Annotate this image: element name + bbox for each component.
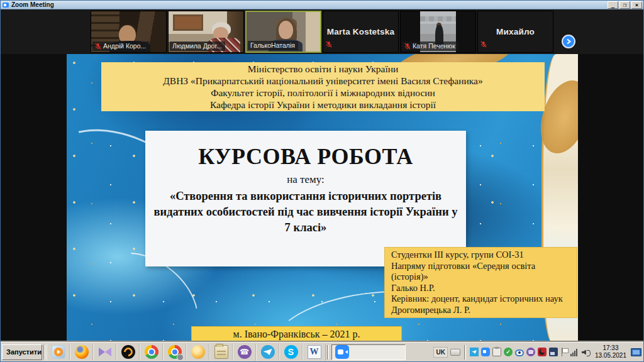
clock-date: 13.05.2021: [595, 352, 626, 359]
quick-launch-kmplayer[interactable]: [93, 344, 116, 361]
participant-tile[interactable]: Катя Печенюк: [400, 11, 476, 53]
tray-display-icon[interactable]: [631, 348, 641, 356]
taskbar-divider: [327, 345, 329, 359]
muted-mic-icon: [95, 43, 101, 50]
participant-tile[interactable]: Андрій Коро...: [91, 11, 167, 53]
header-line: Міністерство освіти і науки України: [248, 63, 399, 75]
slide-topic: «Створення та використання історичних по…: [145, 189, 466, 236]
quick-launch-word[interactable]: [303, 344, 326, 361]
header-line: Кафедра історії України і методики викла…: [210, 99, 436, 111]
tray-viber-icon[interactable]: [526, 348, 535, 356]
participant-tile[interactable]: Marta Kostetska: [323, 11, 399, 53]
minimize-button[interactable]: _: [608, 1, 618, 9]
zoom-camera-icon: [335, 345, 349, 359]
participant-name-label: Андрій Коро...: [92, 41, 149, 51]
zoom-app-icon: [3, 3, 9, 8]
tray-eye-icon[interactable]: [515, 349, 524, 356]
close-button[interactable]: ×: [631, 1, 642, 9]
clock-time: 17:33: [595, 344, 626, 352]
info-line: Напряму підготовки «Середня освіта: [391, 261, 570, 272]
participant-name-label: Катя Печенюк: [402, 41, 458, 51]
participant-name-label: Людмила Дрог...: [170, 41, 225, 51]
info-line: Студентки ІІІ курсу, групи СОІ-31: [391, 250, 570, 261]
slide-title: КУРСОВА РОБОТА: [145, 143, 466, 170]
taskbar-clock[interactable]: 17:33 13.05.2021: [593, 344, 628, 359]
participant-tile[interactable]: Людмила Дрог...: [168, 11, 244, 53]
tray-dark-app-icon[interactable]: [549, 348, 558, 356]
tray-zoom-icon[interactable]: [481, 348, 490, 356]
chrome-gold-icon: [191, 345, 205, 359]
profile-badge: [177, 354, 184, 361]
word-icon: [308, 345, 321, 359]
taskbar-zoom-window-button[interactable]: [331, 344, 406, 360]
info-line: Керівник: доцент, кандидат історичних на…: [391, 293, 570, 305]
start-button[interactable]: Запустити: [2, 344, 42, 360]
participant-name-label: ГалькоНаталія: [248, 41, 298, 50]
participant-name-label: Marta Kostetska: [323, 11, 398, 52]
keyboard-icon[interactable]: [450, 349, 460, 356]
language-indicator[interactable]: UK: [433, 347, 447, 358]
quick-launch-firefox[interactable]: [70, 344, 93, 361]
chrome-icon: [145, 345, 158, 359]
info-line: (історія)»: [391, 272, 570, 283]
skype-icon: [284, 345, 298, 359]
window-titlebar: Zoom Meeting _ ❐ ×: [1, 1, 643, 9]
window-title: Zoom Meeting: [11, 1, 54, 9]
quick-launch-telegram[interactable]: [256, 344, 279, 361]
volume-icon[interactable]: [582, 348, 591, 357]
tray-flag-icon[interactable]: [560, 348, 568, 356]
zoom-meeting-window: Zoom Meeting _ ❐ × Андрій Коро...: [0, 0, 644, 362]
network-signal-icon[interactable]: [570, 349, 579, 356]
taskbar-divider: [464, 345, 466, 359]
tray-update-check-icon[interactable]: [504, 348, 513, 356]
quick-launch-aimp[interactable]: [116, 344, 140, 361]
muted-mic-icon: [326, 41, 332, 48]
system-tray: UK 17:33 13.05.2021: [433, 343, 643, 361]
kmplayer-icon: [98, 345, 112, 359]
painting-decoration: [173, 14, 203, 31]
muted-mic-icon: [404, 43, 411, 50]
aimp-icon: [121, 345, 135, 359]
header-line: ДВНЗ «Прикарпатський національний універ…: [163, 75, 482, 87]
info-line: Дрогомирецька Л. Р.: [391, 305, 570, 316]
taskbar: Запустити UK: [1, 342, 643, 361]
info-line: Галько Н.Р.: [391, 283, 570, 294]
tray-red-app-icon[interactable]: [538, 348, 547, 356]
quick-launch-chrome[interactable]: [140, 344, 163, 361]
presentation-slide: Міністерство освіти і науки України ДВНЗ…: [67, 54, 578, 343]
shared-screen-stage: Міністерство освіти і науки України ДВНЗ…: [1, 54, 643, 343]
slide-title-box: КУРСОВА РОБОТА на тему: «Створення та ви…: [145, 131, 466, 266]
quick-launch-viber[interactable]: [233, 344, 256, 361]
file-manager-icon: [214, 345, 228, 359]
quick-launch-skype[interactable]: [279, 344, 303, 361]
slide-footer-box: м. Івано-Франківськ – 2021 р.: [191, 326, 402, 343]
next-participants-button[interactable]: [562, 35, 575, 48]
firefox-icon: [75, 345, 89, 359]
slide-footer-text: м. Івано-Франківськ – 2021 р.: [233, 329, 360, 340]
slide-student-info-box: Студентки ІІІ курсу, групи СОІ-31 Напрям…: [384, 247, 577, 318]
taskbar-divider: [43, 345, 45, 359]
participant-name-label: Михайло: [478, 11, 553, 52]
participant-tile[interactable]: Михайло: [477, 11, 553, 53]
quick-launch-chrome-gold[interactable]: [186, 344, 209, 361]
quick-launch-chrome-profile[interactable]: [163, 344, 186, 361]
tray-telegram-icon[interactable]: [470, 348, 479, 356]
participant-tile-active-speaker[interactable]: ГалькоНаталія: [245, 11, 321, 53]
quick-launch-file-manager[interactable]: [209, 344, 233, 361]
telegram-icon: [261, 345, 275, 359]
restore-button[interactable]: ❐: [619, 1, 630, 9]
slide-subtitle: на тему:: [145, 173, 466, 186]
viber-icon: [238, 345, 252, 359]
header-line: Факультет історії, політології і міжнаро…: [211, 87, 435, 99]
chevron-right-icon: [565, 38, 572, 45]
muted-mic-icon: [480, 41, 487, 48]
slide-header-box: Міністерство освіти і науки України ДВНЗ…: [101, 62, 545, 111]
tray-clipboard-icon[interactable]: [492, 348, 501, 356]
media-player-icon: [52, 345, 65, 359]
quick-launch-media-player[interactable]: [47, 344, 70, 361]
chrome-profile-icon: [168, 345, 182, 359]
participant-strip: Андрій Коро... Людмила Дрог... ГалькоНат…: [1, 9, 643, 54]
